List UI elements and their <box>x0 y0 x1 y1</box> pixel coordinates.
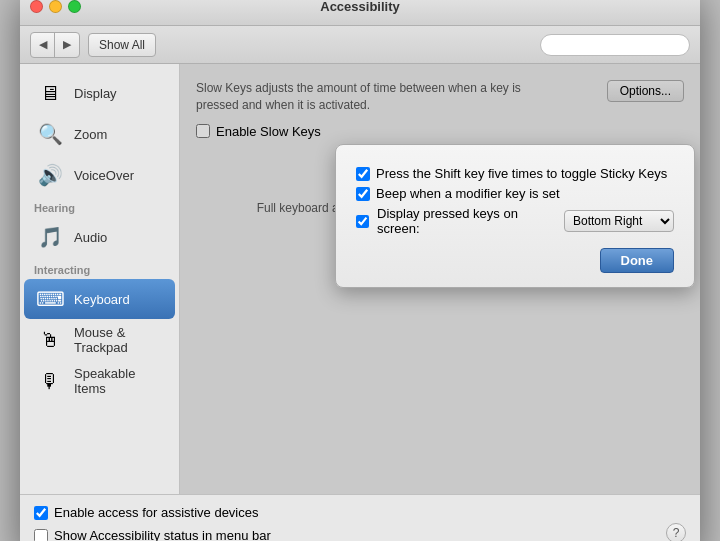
close-button[interactable] <box>30 0 43 13</box>
enable-devices-row: Enable access for assistive devices <box>34 505 686 520</box>
show-status-label: Show Accessibility status in menu bar <box>54 528 271 541</box>
speakable-icon: 🎙 <box>34 365 66 397</box>
main-content: Options... Slow Keys adjusts the amount … <box>180 64 700 494</box>
popup-overlay: Press the Shift key five times to toggle… <box>180 64 700 494</box>
traffic-lights <box>30 0 81 13</box>
popup-option3-checkbox[interactable] <box>356 215 369 228</box>
sidebar: 🖥 Display 🔍 Zoom 🔊 VoiceOver Hearing 🎵 A… <box>20 64 180 494</box>
interacting-header: Interacting <box>20 258 179 278</box>
sidebar-item-audio[interactable]: 🎵 Audio <box>24 217 175 257</box>
sidebar-item-display-label: Display <box>74 86 117 101</box>
sidebar-item-zoom[interactable]: 🔍 Zoom <box>24 114 175 154</box>
sidebar-item-speakable[interactable]: 🎙 Speakable Items <box>24 361 175 401</box>
popup-footer: Done <box>356 248 674 273</box>
sidebar-item-keyboard-label: Keyboard <box>74 292 130 307</box>
zoom-icon: 🔍 <box>34 118 66 150</box>
bottom-bar: Enable access for assistive devices Show… <box>20 494 700 541</box>
sidebar-item-display[interactable]: 🖥 Display <box>24 73 175 113</box>
window-title: Accessibility <box>320 0 400 14</box>
sticky-keys-popup: Press the Shift key five times to toggle… <box>335 144 695 288</box>
sidebar-item-zoom-label: Zoom <box>74 127 107 142</box>
sidebar-item-speakable-label: Speakable Items <box>74 366 165 396</box>
popup-option2-row: Beep when a modifier key is set <box>356 186 674 201</box>
display-icon: 🖥 <box>34 77 66 109</box>
content-area: 🖥 Display 🔍 Zoom 🔊 VoiceOver Hearing 🎵 A… <box>20 64 700 494</box>
popup-option3-row: Display pressed keys on screen: Bottom R… <box>356 206 674 236</box>
sidebar-item-mouse[interactable]: 🖱 Mouse & Trackpad <box>24 320 175 360</box>
keyboard-icon: ⌨ <box>34 283 66 315</box>
sidebar-item-voiceover[interactable]: 🔊 VoiceOver <box>24 155 175 195</box>
sidebar-item-audio-label: Audio <box>74 230 107 245</box>
minimize-button[interactable] <box>49 0 62 13</box>
enable-devices-label: Enable access for assistive devices <box>54 505 258 520</box>
sidebar-item-mouse-label: Mouse & Trackpad <box>74 325 165 355</box>
done-button[interactable]: Done <box>600 248 675 273</box>
mouse-icon: 🖱 <box>34 324 66 356</box>
popup-option1-row: Press the Shift key five times to toggle… <box>356 166 674 181</box>
maximize-button[interactable] <box>68 0 81 13</box>
enable-devices-checkbox[interactable] <box>34 506 48 520</box>
popup-option2-checkbox[interactable] <box>356 187 370 201</box>
popup-option1-label: Press the Shift key five times to toggle… <box>376 166 667 181</box>
sidebar-item-voiceover-label: VoiceOver <box>74 168 134 183</box>
popup-option1-checkbox[interactable] <box>356 167 370 181</box>
forward-button[interactable]: ▶ <box>55 33 79 57</box>
back-button[interactable]: ◀ <box>31 33 55 57</box>
display-position-select[interactable]: Bottom Right Bottom Left Top Right Top L… <box>564 210 674 232</box>
toolbar: ◀ ▶ Show All <box>20 26 700 64</box>
nav-buttons: ◀ ▶ <box>30 32 80 58</box>
hearing-header: Hearing <box>20 196 179 216</box>
show-all-button[interactable]: Show All <box>88 33 156 57</box>
show-status-checkbox[interactable] <box>34 529 48 542</box>
audio-icon: 🎵 <box>34 221 66 253</box>
popup-option2-label: Beep when a modifier key is set <box>376 186 560 201</box>
show-status-row: Show Accessibility status in menu bar <box>34 528 686 541</box>
sidebar-item-keyboard[interactable]: ⌨ Keyboard <box>24 279 175 319</box>
search-input[interactable] <box>540 34 690 56</box>
help-button[interactable]: ? <box>666 523 686 541</box>
popup-option3-label: Display pressed keys on screen: <box>377 206 556 236</box>
titlebar: Accessibility <box>20 0 700 26</box>
main-window: Accessibility ◀ ▶ Show All 🖥 Display 🔍 Z… <box>20 0 700 541</box>
voiceover-icon: 🔊 <box>34 159 66 191</box>
